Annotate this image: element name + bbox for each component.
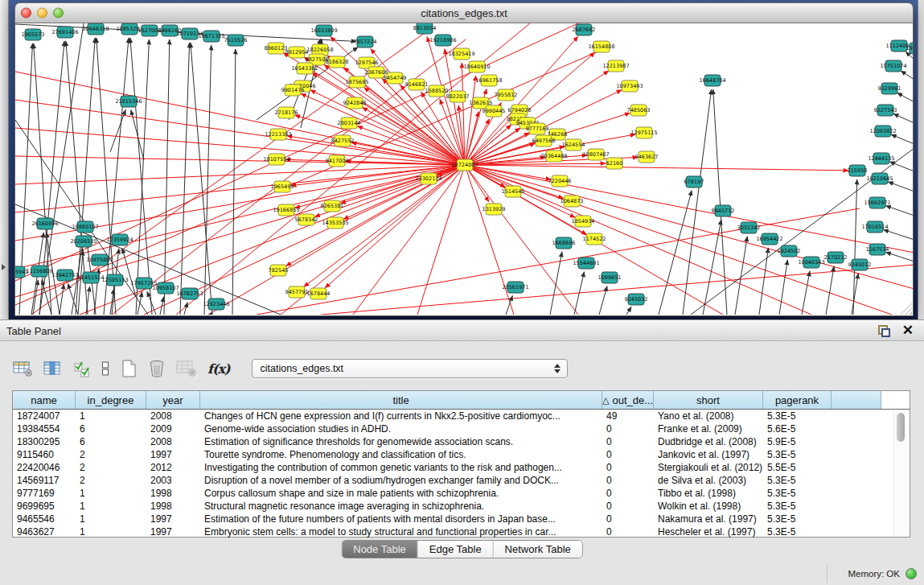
table-cell[interactable]: 6 xyxy=(76,435,146,448)
table-cell[interactable]: 0 xyxy=(602,422,654,435)
select-all-icon[interactable] xyxy=(74,360,91,377)
table-cell[interactable]: 1997 xyxy=(146,448,200,461)
graph-node[interactable]: 1854934 xyxy=(572,216,595,227)
table-cell[interactable]: Yano et al. (2008) xyxy=(654,410,763,422)
graph-node[interactable]: 7955812 xyxy=(495,89,518,101)
graph-node[interactable]: 2170212 xyxy=(824,252,848,263)
graph-node[interactable]: 3031342 xyxy=(737,222,761,233)
table-cell[interactable]: Stergiakouli et al. (2012) xyxy=(654,461,763,474)
table-cell[interactable]: 18724007 xyxy=(13,410,76,422)
table-cell[interactable]: de Silva et al. (2003) xyxy=(654,474,763,487)
table-cell[interactable]: 19384554 xyxy=(13,422,76,435)
graph-node[interactable]: 11451514 xyxy=(77,272,104,283)
table-cell[interactable]: 14569117 xyxy=(13,474,76,487)
table-selector-dropdown[interactable]: citations_edges.txt xyxy=(252,359,568,378)
graph-node[interactable]: 1668696 xyxy=(552,237,576,249)
network-canvas[interactable]: 1872400788601238912954182260589827508818… xyxy=(14,23,914,316)
table-row[interactable]: 1938455462009Genome-wide association stu… xyxy=(13,422,910,435)
tab-network-table[interactable]: Network Table xyxy=(494,541,582,558)
table-row[interactable]: 946362711997Embryonic stem cells: a mode… xyxy=(13,525,910,538)
graph-node[interactable]: 1905573 xyxy=(22,29,45,40)
table-cell[interactable]: 0 xyxy=(602,448,654,461)
graph-node[interactable]: 8186328 xyxy=(326,56,349,68)
graph-node[interactable]: 7857224 xyxy=(354,36,377,47)
table-cell[interactable]: 1997 xyxy=(146,525,200,538)
close-panel-icon[interactable]: ✕ xyxy=(902,322,914,339)
graph-node[interactable]: 15751074 xyxy=(880,60,906,72)
table-cell[interactable]: Disruption of a novel member of a sodium… xyxy=(200,474,602,487)
table-cell[interactable]: 2008 xyxy=(146,435,200,448)
close-button[interactable] xyxy=(21,8,31,19)
table-cell[interactable]: 2009 xyxy=(146,422,200,435)
graph-node[interactable]: 16954422 xyxy=(756,233,782,245)
table-row[interactable]: 969969511998Structural magnetic resonanc… xyxy=(13,500,910,513)
graph-node[interactable]: 10973493 xyxy=(616,80,643,92)
float-window-icon[interactable] xyxy=(878,325,890,337)
table-cell[interactable]: 0 xyxy=(602,487,654,500)
table-cell[interactable]: 18300295 xyxy=(13,435,76,448)
minimize-button[interactable] xyxy=(37,8,47,19)
graph-node[interactable]: 8813054 xyxy=(413,23,437,34)
table-row[interactable]: 911546021997Tourette syndrome. Phenomeno… xyxy=(13,448,910,461)
table-cell[interactable]: Estimation of significance thresholds fo… xyxy=(200,435,602,448)
graph-node[interactable]: 9777169 xyxy=(526,123,549,134)
table-cell[interactable]: 1 xyxy=(76,513,146,525)
graph-node[interactable]: 9457791 xyxy=(285,286,309,298)
table-row[interactable]: 1456911722003Disruption of a novel membe… xyxy=(13,474,910,487)
graph-node[interactable]: 1099651 xyxy=(598,272,622,283)
table-cell[interactable]: 6 xyxy=(76,422,146,435)
graph-node[interactable]: 9227343 xyxy=(874,105,897,116)
graph-node[interactable]: 1174522 xyxy=(583,233,606,245)
graph-node[interactable]: 1588520 xyxy=(425,85,449,97)
graph-node[interactable]: 2687682 xyxy=(573,24,596,35)
table-cell[interactable]: Corpus callosum shape and size in male p… xyxy=(200,487,602,500)
table-cell[interactable]: Investigating the contribution of common… xyxy=(200,461,602,474)
table-cell[interactable]: Embryonic stem cells: a model to study s… xyxy=(200,525,602,538)
graph-node[interactable]: 18107554 xyxy=(263,154,290,165)
table-cell[interactable]: 5.5E-5 xyxy=(763,461,832,474)
table-cell[interactable]: 5.6E-5 xyxy=(763,422,832,435)
table-cell[interactable]: 0 xyxy=(602,435,654,448)
table-cell[interactable]: 1 xyxy=(76,525,146,538)
graph-node[interactable]: 18640910 xyxy=(463,61,490,72)
graph-node[interactable]: 16154808 xyxy=(588,41,614,52)
graph-node[interactable]: 679197 xyxy=(684,176,704,187)
table-row[interactable]: 946554611997Estimation of the future num… xyxy=(13,513,910,525)
table-cell[interactable]: Changes of HCN gene expression and I(f) … xyxy=(200,410,602,422)
table-cell[interactable]: 5.3E-5 xyxy=(763,410,832,422)
graph-node[interactable]: 1064873 xyxy=(561,196,584,207)
table-cell[interactable]: Wolkin et al. (1998) xyxy=(654,500,763,513)
table-cell[interactable]: Franke et al. (2009) xyxy=(654,422,763,435)
network-graph[interactable]: 1872400788601238912954182260589827508818… xyxy=(15,23,913,315)
panel-collapse-arrow-icon[interactable] xyxy=(2,264,6,270)
graph-node[interactable]: 9990445 xyxy=(483,105,506,117)
graph-node[interactable]: 8265381 xyxy=(321,200,344,212)
table-cell[interactable]: Estimation of the future numbers of pati… xyxy=(200,513,602,525)
graph-node[interactable]: 6497568 xyxy=(532,135,556,146)
graph-node[interactable]: 1678444 xyxy=(307,288,331,299)
table-cell[interactable]: Structural magnetic resonance image aver… xyxy=(200,500,602,513)
graph-node[interactable]: 215958 xyxy=(848,165,868,176)
graph-node[interactable]: 2718176 xyxy=(275,107,298,118)
graph-node[interactable]: 1624554 xyxy=(562,139,585,150)
network-window-titlebar[interactable]: citations_edges.txt xyxy=(14,2,914,23)
column-header-in_degree[interactable]: in_degree xyxy=(76,391,146,409)
table-cell[interactable]: 9777169 xyxy=(13,487,76,500)
memory-ok-indicator[interactable] xyxy=(906,568,917,579)
table-cell[interactable]: 1998 xyxy=(146,500,200,513)
table-cell[interactable]: Genome-wide association studies in ADHD. xyxy=(200,422,602,435)
graph-node[interactable]: 16210645 xyxy=(866,173,893,184)
table-cell[interactable]: 1997 xyxy=(146,513,200,525)
tab-node-table[interactable]: Node Table xyxy=(342,541,418,558)
table-cell[interactable]: 0 xyxy=(602,525,654,538)
graph-node[interactable]: 20646318 xyxy=(82,23,109,35)
table-cell[interactable]: Tourette syndrome. Phenomenology and cla… xyxy=(200,448,602,461)
table-cell[interactable]: 5.3E-5 xyxy=(763,500,832,513)
table-cell[interactable]: 5.3E-5 xyxy=(763,448,832,461)
table-row[interactable]: 1830029562008Estimation of significance … xyxy=(13,435,910,448)
graph-node[interactable]: 9242848 xyxy=(343,97,367,109)
table-cell[interactable]: 0 xyxy=(602,474,654,487)
graph-node[interactable]: 7220446 xyxy=(548,175,572,187)
graph-node[interactable]: 1514545 xyxy=(502,186,525,197)
graph-node[interactable]: 27691406 xyxy=(51,27,78,38)
